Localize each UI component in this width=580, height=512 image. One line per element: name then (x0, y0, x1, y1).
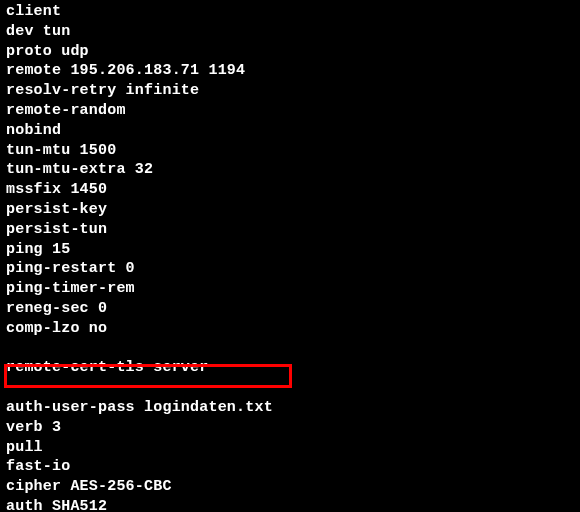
config-line: fast-io (6, 457, 580, 477)
config-line: verb 3 (6, 418, 580, 438)
config-line: remote-cert-tls server (6, 358, 580, 378)
config-line: ping-timer-rem (6, 279, 580, 299)
config-line: ping-restart 0 (6, 259, 580, 279)
config-line: pull (6, 438, 580, 458)
config-line: auth SHA512 (6, 497, 580, 512)
config-line: remote 195.206.183.71 1194 (6, 61, 580, 81)
config-line: persist-tun (6, 220, 580, 240)
config-line: client (6, 2, 580, 22)
config-line: comp-lzo no (6, 319, 580, 339)
config-line-highlighted: auth-user-pass logindaten.txt (6, 398, 580, 418)
terminal-output: client dev tun proto udp remote 195.206.… (6, 2, 580, 512)
config-line: ping 15 (6, 240, 580, 260)
config-line: dev tun (6, 22, 580, 42)
config-line: persist-key (6, 200, 580, 220)
blank-line (6, 339, 580, 359)
config-line: remote-random (6, 101, 580, 121)
config-line: proto udp (6, 42, 580, 62)
config-line: cipher AES-256-CBC (6, 477, 580, 497)
blank-line (6, 378, 580, 398)
config-line: resolv-retry infinite (6, 81, 580, 101)
config-line: mssfix 1450 (6, 180, 580, 200)
config-line: reneg-sec 0 (6, 299, 580, 319)
config-line: tun-mtu-extra 32 (6, 160, 580, 180)
config-line: nobind (6, 121, 580, 141)
config-line: tun-mtu 1500 (6, 141, 580, 161)
